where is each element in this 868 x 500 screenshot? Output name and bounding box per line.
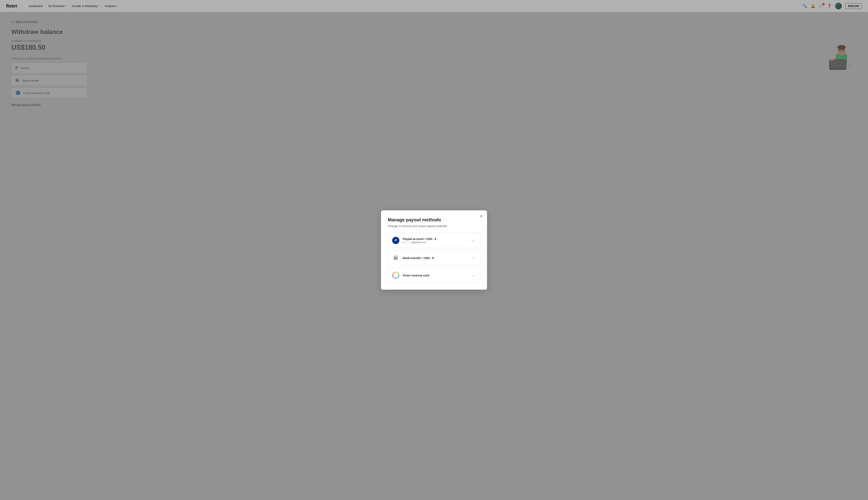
fiverr-card-method-name: Fiverr revenue card (403, 274, 467, 277)
bank-method-name: Bank transfer • USD - $ (403, 256, 467, 260)
payout-method-bank: 🏛 Bank transfer • USD - $ ··· (388, 250, 480, 265)
bank-building-icon: 🏛 (393, 255, 398, 261)
bank-method-icon: 🏛 (392, 254, 400, 262)
paypal-logo: P (392, 237, 399, 244)
bank-method-info: Bank transfer • USD - $ (403, 256, 467, 260)
fiverr-revenue-card-icon (392, 272, 399, 279)
payout-method-fiverr-card: Fiverr revenue card ··· (388, 268, 480, 283)
paypal-method-email: n··········v@gmail.com (403, 241, 467, 244)
modal-overlay: × Manage payout methods Change or remove… (0, 0, 868, 500)
bank-method-menu-button[interactable]: ··· (470, 255, 476, 261)
paypal-method-name: Paypal account • USD - $ (403, 237, 467, 240)
fiverr-card-method-icon (392, 271, 400, 279)
modal-subtitle: Change or remove your active payout meth… (388, 224, 480, 228)
paypal-method-info: Paypal account • USD - $ n··········v@gm… (403, 237, 467, 244)
paypal-method-icon: P (392, 237, 400, 245)
modal-manage-payout: × Manage payout methods Change or remove… (381, 211, 487, 289)
modal-close-button[interactable]: × (480, 214, 482, 218)
fiverr-card-method-menu-button[interactable]: ··· (470, 272, 476, 278)
paypal-method-menu-button[interactable]: ··· (470, 238, 476, 243)
modal-title: Manage payout methods (388, 217, 480, 223)
fiverr-card-method-info: Fiverr revenue card (403, 274, 467, 277)
payout-method-paypal: P Paypal account • USD - $ n··········v@… (388, 233, 480, 248)
